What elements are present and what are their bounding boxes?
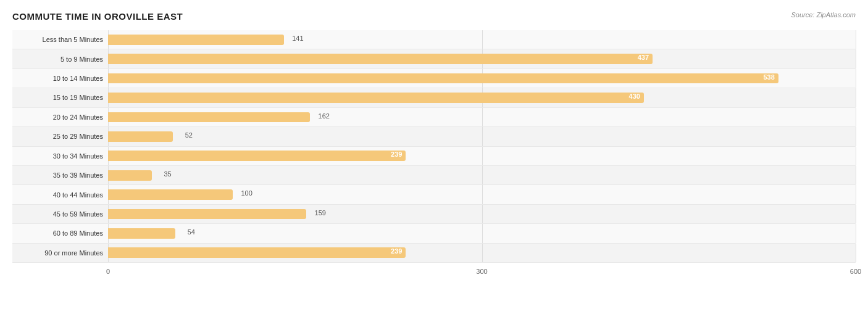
bar: 52 — [108, 131, 173, 142]
bar: 100 — [108, 189, 233, 200]
bar: 141 — [108, 35, 284, 45]
axis-row: 0300600 — [12, 265, 856, 283]
bar-row: 35 to 39 Minutes35 — [12, 166, 856, 185]
bar-area: 162 — [108, 108, 856, 126]
bar-label: 30 to 34 Minutes — [12, 152, 108, 160]
bar-row: 25 to 29 Minutes52 — [12, 127, 856, 146]
bar-row: 20 to 24 Minutes162 — [12, 108, 856, 127]
bar-row: 45 to 59 Minutes159 — [12, 205, 856, 224]
bar-row: 5 to 9 Minutes437 — [12, 49, 856, 68]
bar-value: 141 — [292, 35, 303, 42]
bar-row: 40 to 44 Minutes100 — [12, 185, 856, 204]
bar-label: 45 to 59 Minutes — [12, 210, 108, 218]
bar-area: 437 — [108, 49, 856, 68]
axis-tick: 300 — [476, 268, 487, 275]
bar-label: 10 to 14 Minutes — [12, 75, 108, 82]
bar: 162 — [108, 112, 310, 123]
chart-source: Source: ZipAtlas.com — [791, 11, 856, 19]
bar-value: 239 — [391, 247, 402, 255]
bar-area: 52 — [108, 127, 856, 146]
bar-value: 52 — [185, 131, 193, 139]
bar: 159 — [108, 209, 306, 220]
bar-label: 40 to 44 Minutes — [12, 191, 108, 199]
bar-value: 54 — [188, 228, 195, 236]
bar-row: 60 to 89 Minutes54 — [12, 224, 856, 243]
bar-area: 430 — [108, 88, 856, 107]
bar-area: 159 — [108, 205, 856, 223]
axis-tick: 600 — [850, 268, 861, 275]
bar-row: Less than 5 Minutes141 — [12, 30, 856, 49]
bar-label: 25 to 29 Minutes — [12, 133, 108, 140]
bar-area: 538 — [108, 69, 856, 88]
bar: 239 — [108, 247, 406, 258]
bar-value: 35 — [164, 170, 171, 178]
bar-label: 15 to 19 Minutes — [12, 94, 108, 101]
bar-label: 60 to 89 Minutes — [12, 229, 108, 237]
bar-label: 20 to 24 Minutes — [12, 114, 108, 121]
chart-body: Less than 5 Minutes1415 to 9 Minutes4371… — [12, 30, 856, 283]
bar-area: 239 — [108, 244, 856, 262]
bar-value: 430 — [629, 93, 640, 100]
chart-title: COMMUTE TIME IN OROVILLE EAST — [12, 11, 183, 22]
bar-value: 538 — [764, 73, 775, 81]
chart-container: COMMUTE TIME IN OROVILLE EAST Source: Zi… — [0, 0, 868, 322]
bar: 538 — [108, 73, 778, 84]
bar-area: 239 — [108, 147, 856, 165]
bar-value: 162 — [319, 112, 330, 120]
bar-row: 10 to 14 Minutes538 — [12, 69, 856, 88]
bar-area: 100 — [108, 185, 856, 204]
bar: 437 — [108, 54, 653, 64]
bar-area: 54 — [108, 224, 856, 242]
bar-label: 5 to 9 Minutes — [12, 56, 108, 63]
bar: 430 — [108, 93, 644, 103]
bar-value: 437 — [638, 54, 649, 61]
bar: 239 — [108, 151, 406, 161]
bar-label: Less than 5 Minutes — [12, 36, 108, 43]
bar-area: 141 — [108, 30, 856, 49]
bar-value: 100 — [241, 189, 252, 197]
bar-area: 35 — [108, 166, 856, 184]
bar-value: 239 — [391, 151, 402, 158]
bar-row: 30 to 34 Minutes239 — [12, 147, 856, 166]
chart-header: COMMUTE TIME IN OROVILLE EAST Source: Zi… — [12, 11, 856, 22]
bar-row: 15 to 19 Minutes430 — [12, 88, 856, 107]
axis-tick: 0 — [106, 268, 110, 275]
bar-row: 90 or more Minutes239 — [12, 244, 856, 263]
axis-labels: 0300600 — [108, 265, 856, 283]
bar-label: 90 or more Minutes — [12, 249, 108, 257]
bar: 54 — [108, 228, 175, 239]
bar: 35 — [108, 170, 152, 181]
bar-value: 159 — [315, 209, 326, 217]
bar-label: 35 to 39 Minutes — [12, 171, 108, 179]
